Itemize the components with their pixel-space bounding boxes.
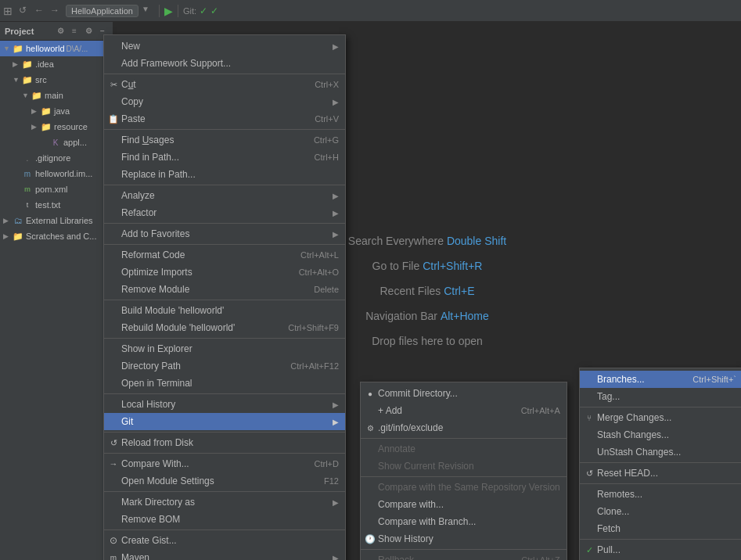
tree-item-helloworld[interactable]: ▼ 📁 helloworld D\A/... bbox=[0, 41, 113, 56]
tree-label: main bbox=[45, 91, 63, 100]
ctx-item-git[interactable]: Git ▶ bbox=[104, 413, 345, 430]
ctx-item-show-explorer[interactable]: Show in Explorer bbox=[104, 340, 345, 357]
ctx-item-copy[interactable]: Copy ▶ bbox=[104, 93, 345, 110]
tree-label: test.txt bbox=[35, 200, 60, 210]
toolbar-icon-2[interactable]: ↺ bbox=[19, 5, 31, 17]
panel-settings-icon[interactable]: ⚙ bbox=[55, 26, 66, 37]
repo-item-pull[interactable]: ✓ Pull... bbox=[580, 541, 741, 558]
repo-item-reset[interactable]: ↺ Reset HEAD... bbox=[580, 465, 741, 482]
git-item-annotate[interactable]: Annotate bbox=[361, 440, 567, 458]
git-item-exclude[interactable]: ⚙ .git/info/exclude bbox=[361, 419, 567, 436]
ctx-item-analyze[interactable]: Analyze ▶ bbox=[104, 187, 345, 204]
ctx-item-maven[interactable]: m Maven ▶ bbox=[104, 549, 345, 560]
tree-item-idea[interactable]: ▶ 📁 .idea bbox=[0, 56, 113, 72]
maven-icon: m bbox=[107, 551, 120, 560]
tree-item-app[interactable]: K appl... bbox=[0, 135, 113, 150]
hint-search: Search Everywhere Double Shift bbox=[348, 235, 506, 247]
git-check-icon[interactable]: ✓ bbox=[200, 5, 207, 16]
ctx-item-find-path[interactable]: Find in Path... Ctrl+H bbox=[104, 149, 345, 166]
ctx-item-dir-path[interactable]: Directory Path Ctrl+Alt+F12 bbox=[104, 357, 345, 375]
ctx-shortcut: Ctrl+G bbox=[314, 135, 339, 145]
ctx-label: Add Framework Support... bbox=[121, 58, 231, 69]
ctx-sep bbox=[361, 549, 567, 550]
extlib-icon: 🗂 bbox=[13, 215, 23, 226]
ctx-item-open-terminal[interactable]: Open in Terminal bbox=[104, 375, 345, 392]
tree-arrow: ▶ bbox=[31, 107, 39, 115]
ctx-item-favorites[interactable]: Add to Favorites ▶ bbox=[104, 225, 345, 242]
git-item-compare-branch[interactable]: Compare with Branch... bbox=[361, 513, 567, 530]
tree-label: Scratches and C... bbox=[26, 232, 97, 241]
ctx-item-build[interactable]: Build Module 'helloworld' bbox=[104, 302, 345, 319]
toolbar-icon-3[interactable]: ← bbox=[34, 5, 47, 17]
tree-item-java[interactable]: ▶ 📁 java bbox=[0, 103, 113, 119]
ctx-item-mark-dir[interactable]: Mark Directory as ▶ bbox=[104, 494, 345, 511]
tree-item-extlibs[interactable]: ▶ 🗂 External Libraries bbox=[0, 213, 113, 228]
repo-item-clone[interactable]: Clone... bbox=[580, 503, 741, 520]
ctx-item-find-usages[interactable]: Find Usages Ctrl+G bbox=[104, 131, 345, 149]
ctx-item-remove-module[interactable]: Remove Module Delete bbox=[104, 281, 345, 298]
repo-item-merge[interactable]: ⑂ Merge Changes... bbox=[580, 409, 741, 426]
ctx-label: Clone... bbox=[597, 506, 629, 517]
panel-layout-icon[interactable]: ≡ bbox=[69, 26, 80, 37]
panel-options-icon[interactable]: ⚙ bbox=[83, 26, 94, 37]
git-tick-icon[interactable]: ✓ bbox=[210, 5, 218, 16]
git-item-history[interactable]: 🕐 Show History bbox=[361, 530, 567, 547]
tree-item-pom[interactable]: m pom.xml bbox=[0, 181, 113, 197]
ctx-item-remove-bom[interactable]: Remove BOM bbox=[104, 511, 345, 528]
tree-item-resources[interactable]: ▶ 📁 resource bbox=[0, 119, 113, 135]
repo-item-remotes[interactable]: Remotes... bbox=[580, 486, 741, 503]
ctx-label: Git bbox=[121, 416, 133, 427]
arrow-icon: ▶ bbox=[333, 498, 339, 507]
git-item-rollback[interactable]: Rollback... Ctrl+Alt+Z bbox=[361, 551, 567, 560]
ctx-item-optimize[interactable]: Optimize Imports Ctrl+Alt+O bbox=[104, 264, 345, 281]
panel-header: Project ⚙ ≡ ⚙ − bbox=[0, 22, 113, 41]
tree-arrow: ▼ bbox=[13, 76, 20, 84]
hint-goto-key: Ctrl+Shift+R bbox=[423, 260, 482, 272]
tree-item-gitignore[interactable]: . .gitignore bbox=[0, 150, 113, 166]
ctx-item-gist[interactable]: ⊙ Create Gist... bbox=[104, 532, 345, 549]
ctx-label: Remove Module bbox=[121, 284, 189, 295]
git-item-add[interactable]: + Add Ctrl+Alt+A bbox=[361, 402, 567, 419]
ctx-label: Show in Explorer bbox=[121, 343, 192, 354]
ctx-item-rebuild[interactable]: Rebuild Module 'helloworld' Ctrl+Shift+F… bbox=[104, 319, 345, 336]
ctx-item-module-settings[interactable]: Open Module Settings F12 bbox=[104, 472, 345, 490]
ctx-item-paste[interactable]: 📋 Paste Ctrl+V bbox=[104, 110, 345, 127]
ctx-item-new[interactable]: New ▶ bbox=[104, 38, 345, 55]
git-icon[interactable]: Git: bbox=[183, 6, 196, 16]
repo-item-fetch[interactable]: Fetch bbox=[580, 520, 741, 537]
ctx-item-cut[interactable]: ✂ Cut Ctrl+X bbox=[104, 76, 345, 93]
git-item-commit[interactable]: ● Commit Directory... bbox=[361, 385, 567, 402]
tree-item-src[interactable]: ▼ 📁 src bbox=[0, 72, 113, 88]
ctx-label: Directory Path bbox=[121, 361, 181, 372]
dropdown-icon[interactable]: ▼ bbox=[142, 5, 154, 17]
project-panel: Project ⚙ ≡ ⚙ − ▼ 📁 helloworld D\A/... ▶… bbox=[0, 22, 113, 560]
tree-item-scratches[interactable]: ▶ 📁 Scratches and C... bbox=[0, 228, 113, 244]
arrow-icon: ▶ bbox=[333, 192, 339, 200]
repo-item-stash[interactable]: Stash Changes... bbox=[580, 426, 741, 443]
ctx-item-reformat[interactable]: Reformat Code Ctrl+Alt+L bbox=[104, 246, 345, 264]
run-icon[interactable]: ▶ bbox=[164, 5, 173, 17]
ctx-item-local-history[interactable]: Local History ▶ bbox=[104, 396, 345, 413]
git-item-show-rev[interactable]: Show Current Revision bbox=[361, 458, 567, 475]
repo-item-tag[interactable]: Tag... bbox=[580, 388, 741, 405]
app-label[interactable]: HelloApplication bbox=[66, 5, 138, 17]
tree-item-test[interactable]: t test.txt bbox=[0, 197, 113, 213]
commit-icon: ● bbox=[364, 387, 376, 400]
ctx-label: Remotes... bbox=[597, 489, 642, 500]
git-item-compare-same[interactable]: Compare with the Same Repository Version bbox=[361, 479, 567, 496]
toolbar-icon-1[interactable]: ⊞ bbox=[3, 5, 16, 17]
ctx-item-replace-path[interactable]: Replace in Path... bbox=[104, 166, 345, 183]
ctx-label: Replace in Path... bbox=[121, 169, 196, 180]
toolbar-icon-4[interactable]: → bbox=[50, 5, 63, 17]
ctx-item-reload[interactable]: ↺ Reload from Disk bbox=[104, 434, 345, 451]
git-item-compare-with[interactable]: Compare with... bbox=[361, 496, 567, 513]
ctx-item-refactor[interactable]: Refactor ▶ bbox=[104, 204, 345, 221]
ctx-item-add-framework[interactable]: Add Framework Support... bbox=[104, 55, 345, 72]
tree-item-main[interactable]: ▼ 📁 main bbox=[0, 88, 113, 103]
tree-item-iml[interactable]: m helloworld.im... bbox=[0, 166, 113, 181]
ctx-label: Find in Path... bbox=[121, 152, 179, 163]
ctx-label: Reset HEAD... bbox=[597, 468, 658, 479]
repo-item-unstash[interactable]: UnStash Changes... bbox=[580, 443, 741, 461]
repo-item-branches[interactable]: Branches... Ctrl+Shift+` bbox=[580, 371, 741, 388]
ctx-item-compare[interactable]: → Compare With... Ctrl+D bbox=[104, 455, 345, 472]
